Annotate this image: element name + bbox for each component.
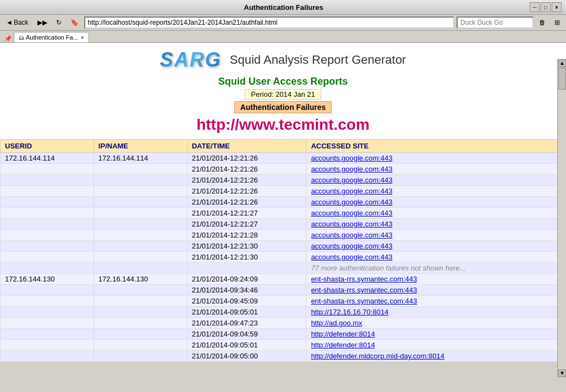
data-table: USERID IP/NAME DATE/TIME ACCESSED SITE 1…	[0, 139, 566, 362]
address-input[interactable]	[84, 16, 454, 29]
extra-button[interactable]: ⊞	[551, 17, 563, 28]
cell-datetime: 21/01/2014-09:47:23	[187, 318, 306, 329]
col-site: ACCESSED SITE	[306, 140, 566, 153]
cell-site[interactable]: accounts.google.com:443	[306, 186, 566, 197]
cell-ipname	[94, 307, 187, 318]
cell-datetime: 21/01/2014-12:21:26	[187, 153, 306, 164]
cell-userid	[1, 175, 94, 186]
back-arrow-icon: ◄	[6, 19, 13, 26]
site-link[interactable]: accounts.google.com:443	[311, 231, 392, 239]
site-link[interactable]: ent-shasta-rrs.symantec.com:443	[311, 297, 417, 305]
cell-ipname	[94, 296, 187, 307]
table-row: 21/01/2014-12:21:30accounts.google.com:4…	[1, 241, 566, 252]
cell-ipname	[94, 208, 187, 219]
site-link[interactable]: http://defender:8014	[311, 341, 375, 349]
site-link[interactable]: http://defender:8014	[311, 330, 375, 338]
cell-userid	[1, 219, 94, 230]
cell-site[interactable]: http://defender:8014	[306, 340, 566, 351]
table-row: 21/01/2014-12:21:27accounts.google.com:4…	[1, 208, 566, 219]
table-row: 21/01/2014-09:04:59http://defender:8014	[1, 329, 566, 340]
scrollbar-thumb[interactable]	[558, 68, 566, 90]
cell-datetime: 21/01/2014-09:04:59	[187, 329, 306, 340]
cell-ipname: 172.16.144.114	[94, 153, 187, 164]
cell-site[interactable]: http://ad.goo.mx	[306, 318, 566, 329]
cell-userid	[1, 252, 94, 263]
cell-ipname	[94, 329, 187, 340]
cell-ipname	[94, 175, 187, 186]
cell-site[interactable]: http://defender:8014	[306, 329, 566, 340]
site-link[interactable]: accounts.google.com:443	[311, 242, 392, 250]
bookmark-icon: 🔖	[70, 19, 79, 26]
tab-close-button[interactable]: ×	[81, 35, 84, 41]
table-header-row: USERID IP/NAME DATE/TIME ACCESSED SITE	[1, 140, 566, 153]
back-button[interactable]: ◄ Back	[3, 17, 32, 28]
cell-site[interactable]: accounts.google.com:443	[306, 197, 566, 208]
page-content: SARG Squid Analysis Report Generator Squ…	[0, 43, 566, 362]
site-link[interactable]: accounts.google.com:443	[311, 154, 392, 162]
trash-button[interactable]: 🗑	[536, 17, 549, 28]
table-row: 21/01/2014-12:21:27accounts.google.com:4…	[1, 219, 566, 230]
window-controls[interactable]: ─ □ ×	[530, 2, 562, 12]
cell-site[interactable]: ent-shasta-rrs.symantec.com:443	[306, 296, 566, 307]
cell-datetime: 21/01/2014-12:21:26	[187, 164, 306, 175]
table-row: 21/01/2014-12:21:30accounts.google.com:4…	[1, 252, 566, 263]
tecmint-url[interactable]: http://www.tecmint.com	[11, 116, 555, 134]
window-title: Authentication Failures	[244, 3, 323, 12]
forward-button[interactable]: ▶▶	[34, 17, 51, 28]
cell-site[interactable]: ent-shasta-rrs.symantec.com:443	[306, 274, 566, 285]
cell-site[interactable]: ent-shasta-rrs.symantec.com:443	[306, 285, 566, 296]
reload-button[interactable]: ↻	[53, 17, 65, 28]
site-link[interactable]: ent-shasta-rrs.symantec.com:443	[311, 275, 417, 283]
cell-site[interactable]: accounts.google.com:443	[306, 208, 566, 219]
cell-ipname	[94, 318, 187, 329]
table-row: 21/01/2014-09:05:00http://defender.midco…	[1, 351, 566, 362]
cell-site[interactable]: accounts.google.com:443	[306, 164, 566, 175]
table-row: 21/01/2014-12:21:26accounts.google.com:4…	[1, 175, 566, 186]
site-link[interactable]: http://172.16.16.70:8014	[311, 308, 388, 316]
site-link[interactable]: accounts.google.com:443	[311, 253, 392, 261]
table-row: 21/01/2014-12:21:28accounts.google.com:4…	[1, 230, 566, 241]
bookmark-button[interactable]: 🔖	[67, 17, 82, 28]
site-link[interactable]: accounts.google.com:443	[311, 209, 392, 217]
cell-userid	[1, 263, 94, 274]
site-link[interactable]: http://ad.goo.mx	[311, 319, 362, 327]
scrollbar[interactable]: ▲ ▼	[557, 59, 566, 362]
minimize-button[interactable]: ─	[530, 2, 540, 12]
cell-site[interactable]: accounts.google.com:443	[306, 241, 566, 252]
cell-userid	[1, 241, 94, 252]
cell-site[interactable]: accounts.google.com:443	[306, 153, 566, 164]
table-row: 21/01/2014-09:47:23http://ad.goo.mx	[1, 318, 566, 329]
cell-site[interactable]: http://172.16.16.70:8014	[306, 307, 566, 318]
site-link[interactable]: http://defender.midcorp.mid-day.com:8014	[311, 352, 444, 360]
cell-site[interactable]: accounts.google.com:443	[306, 230, 566, 241]
site-link[interactable]: accounts.google.com:443	[311, 198, 392, 206]
cell-site[interactable]: accounts.google.com:443	[306, 175, 566, 186]
table-row: 77 more authentication failures not show…	[1, 263, 566, 274]
site-link[interactable]: ent-shasta-rrs.symantec.com:443	[311, 286, 417, 294]
cell-userid	[1, 230, 94, 241]
cell-datetime	[187, 263, 306, 274]
tab-favicon-icon: 🗂	[19, 35, 24, 41]
site-link[interactable]: accounts.google.com:443	[311, 220, 392, 228]
cell-userid	[1, 340, 94, 351]
scrollbar-up-button[interactable]: ▲	[558, 59, 566, 67]
cell-datetime: 21/01/2014-09:24:09	[187, 274, 306, 285]
cell-site[interactable]: accounts.google.com:443	[306, 219, 566, 230]
tab-pin-button[interactable]: 📌	[3, 35, 14, 42]
table-row: 21/01/2014-12:21:26accounts.google.com:4…	[1, 197, 566, 208]
cell-datetime: 21/01/2014-12:21:30	[187, 252, 306, 263]
tab-bar: 📌 🗂 Authentication Fa... ×	[0, 31, 566, 43]
site-link[interactable]: accounts.google.com:443	[311, 165, 392, 173]
tab-authentication[interactable]: 🗂 Authentication Fa... ×	[14, 32, 89, 42]
cell-userid	[1, 164, 94, 175]
site-link[interactable]: accounts.google.com:443	[311, 187, 392, 195]
search-input[interactable]	[457, 16, 534, 29]
col-ipname: IP/NAME	[94, 140, 187, 153]
close-button[interactable]: ×	[552, 2, 562, 12]
maximize-button[interactable]: □	[541, 2, 551, 12]
cell-ipname	[94, 219, 187, 230]
cell-site[interactable]: http://defender.midcorp.mid-day.com:8014	[306, 351, 566, 362]
cell-ipname	[94, 197, 187, 208]
cell-site[interactable]: accounts.google.com:443	[306, 252, 566, 263]
site-link[interactable]: accounts.google.com:443	[311, 176, 392, 184]
